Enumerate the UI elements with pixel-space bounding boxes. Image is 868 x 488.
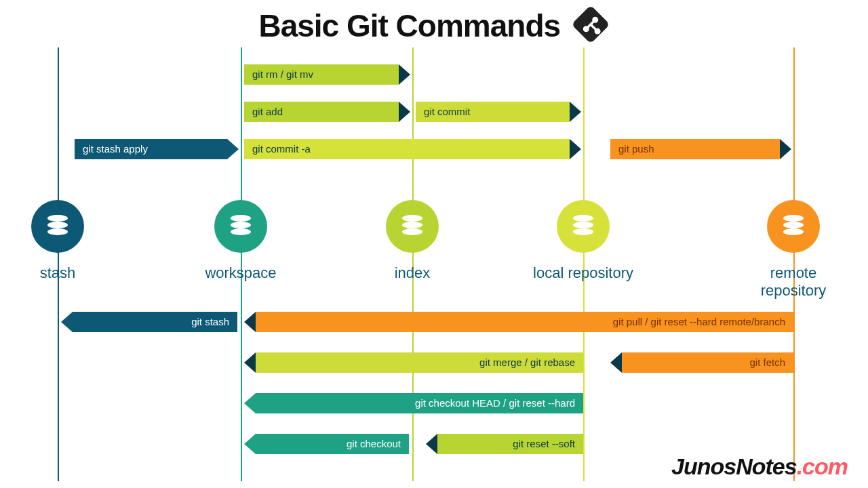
brand-name: JunosNotes (671, 453, 797, 479)
page-title: Basic Git Commands (258, 7, 560, 44)
arrow-commit-a: git commit -a (244, 139, 570, 159)
node-index (386, 200, 439, 253)
svg-point-4 (592, 17, 598, 23)
lane-label-work: workspace (205, 264, 276, 282)
arrow-add-label: git add (252, 106, 283, 117)
svg-point-3 (583, 26, 589, 32)
lane-label-stash: stash (40, 264, 76, 282)
arrow-pull: git pull / git reset --hard remote/branc… (256, 312, 793, 332)
arrow-merge-label: git merge / git rebase (479, 357, 575, 368)
arrow-stash-apply-label: git stash apply (83, 143, 148, 155)
node-remote (767, 200, 820, 253)
arrow-checkout-head-label: git checkout HEAD / git reset --hard (415, 397, 575, 409)
arrow-rm-mv: git rm / git mv (244, 64, 399, 85)
lane-label-index: index (395, 264, 431, 282)
title-row: Basic Git Commands (0, 5, 868, 46)
arrow-checkout: git checkout (256, 434, 409, 454)
arrow-pull-label: git pull / git reset --hard remote/branc… (613, 316, 785, 327)
svg-point-5 (594, 28, 600, 35)
brand-suffix: .com (797, 453, 848, 479)
footer-brand: JunosNotes.com (671, 453, 848, 480)
node-local (557, 200, 610, 253)
arrow-push-label: git push (618, 143, 654, 155)
arrow-fetch: git fetch (622, 352, 793, 373)
node-work (214, 200, 267, 253)
lane-label-remote: remote repository (756, 264, 831, 300)
arrow-reset-soft-label: git reset --soft (513, 438, 575, 449)
arrow-commit-label: git commit (424, 106, 470, 117)
arrow-fetch-label: git fetch (749, 357, 785, 368)
arrow-rm-mv-label: git rm / git mv (252, 68, 313, 80)
arrow-reset-soft: git reset --soft (437, 434, 583, 454)
arrow-stash-apply: git stash apply (75, 139, 227, 159)
node-stash (31, 200, 84, 253)
arrow-stash: git stash (73, 312, 237, 332)
arrow-stash-label: git stash (191, 316, 229, 327)
arrow-commit: git commit (416, 102, 570, 122)
arrow-checkout-head: git checkout HEAD / git reset --hard (256, 393, 583, 413)
arrow-commit-a-label: git commit -a (252, 143, 311, 155)
arrow-checkout-label: git checkout (347, 438, 401, 449)
arrow-merge: git merge / git rebase (256, 352, 583, 373)
git-logo-icon (572, 5, 610, 46)
arrow-push: git push (610, 139, 780, 159)
arrow-add: git add (244, 102, 399, 122)
lane-label-local: local repository (533, 264, 633, 282)
